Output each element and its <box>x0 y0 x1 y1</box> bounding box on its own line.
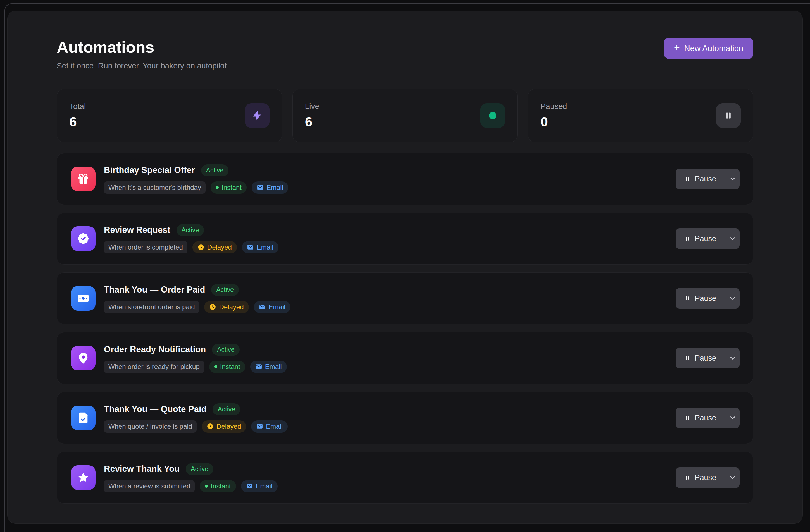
timing-label: Delayed <box>216 422 241 430</box>
channel-badge: Email <box>250 361 287 373</box>
pause-button[interactable]: Pause <box>676 467 725 488</box>
row-menu-chevron-button[interactable] <box>725 288 740 309</box>
automation-meta-line: When order is completed Delayed <box>104 241 278 253</box>
automation-row-body: Thank You — Order Paid Active When store… <box>104 284 291 313</box>
channel-badge: Email <box>254 301 291 313</box>
timing-badge: Delayed <box>202 420 246 433</box>
envelope-icon <box>247 244 254 251</box>
new-automation-button[interactable]: + New Automation <box>664 38 753 59</box>
automation-icon <box>71 167 96 191</box>
envelope-icon <box>257 184 264 191</box>
automation-meta-line: When order is ready for pickup Instant <box>104 361 287 373</box>
timing-label: Instant <box>211 482 231 490</box>
automation-row: Thank You — Quote Paid Active When quote… <box>57 392 753 444</box>
stat-value: 0 <box>540 114 567 130</box>
trigger-pill: When storefront order is paid <box>104 301 199 313</box>
automation-row-actions: Pause <box>676 228 740 249</box>
clock-icon <box>207 423 214 430</box>
page-heading-group: Automations Set it once. Run forever. Yo… <box>57 38 229 70</box>
automation-title: Review Thank You <box>104 464 180 474</box>
status-badge: Active <box>211 284 239 296</box>
automation-title-line: Birthday Special Offer Active <box>104 164 288 177</box>
lightning-glyph <box>252 110 263 121</box>
banknote-icon <box>77 292 90 305</box>
clock-icon <box>209 303 216 310</box>
timing-dot-icon <box>214 365 217 368</box>
automation-title-line: Review Thank You Active <box>104 463 278 475</box>
status-badge: Active <box>201 164 229 177</box>
pause-button[interactable]: Pause <box>676 348 725 368</box>
trigger-pill: When quote / invoice is paid <box>104 420 197 433</box>
row-menu-chevron-button[interactable] <box>725 467 740 488</box>
timing-label: Instant <box>220 363 240 371</box>
stat-label: Paused <box>540 102 567 111</box>
clock-icon <box>197 244 205 251</box>
page-subtitle: Set it once. Run forever. Your bakery on… <box>57 62 229 70</box>
chevron-down-icon <box>729 414 736 422</box>
lightning-icon <box>245 103 270 128</box>
gift-icon <box>77 172 90 185</box>
automations-panel: Automations Set it once. Run forever. Yo… <box>7 11 803 523</box>
automation-icon <box>71 465 96 490</box>
stat-text: Paused 0 <box>540 102 567 130</box>
pause-glyph <box>724 111 733 120</box>
stat-text: Total 6 <box>69 102 86 130</box>
new-automation-label: New Automation <box>684 44 743 53</box>
channel-label: Email <box>265 363 282 371</box>
timing-badge: Instant <box>209 361 245 373</box>
automation-row: Order Ready Notification Active When ord… <box>57 332 753 384</box>
pause-icon <box>716 103 741 128</box>
timing-dot-icon <box>216 186 219 189</box>
automation-row-body: Order Ready Notification Active When ord… <box>104 344 287 373</box>
status-badge: Active <box>212 344 240 355</box>
row-menu-chevron-button[interactable] <box>725 408 740 428</box>
channel-badge: Email <box>251 420 288 433</box>
automation-title: Thank You — Quote Paid <box>104 404 206 414</box>
pause-button-label: Pause <box>695 175 716 183</box>
timing-label: Delayed <box>219 303 244 311</box>
channel-label: Email <box>256 482 273 490</box>
envelope-icon <box>259 303 266 310</box>
automation-title-line: Order Ready Notification Active <box>104 344 287 355</box>
channel-badge: Email <box>241 480 278 492</box>
stat-value: 6 <box>305 114 319 130</box>
channel-badge: Email <box>242 241 278 253</box>
stat-card-total: Total 6 <box>57 89 282 142</box>
automation-title-line: Thank You — Quote Paid Active <box>104 403 288 415</box>
pause-button[interactable]: Pause <box>676 228 725 249</box>
row-menu-chevron-button[interactable] <box>725 169 740 189</box>
pause-glyph-icon <box>684 235 691 242</box>
timing-badge: Instant <box>200 480 236 492</box>
stat-label: Total <box>69 102 86 111</box>
channel-label: Email <box>257 244 273 251</box>
map-pin-icon <box>77 352 90 365</box>
plus-icon: + <box>674 42 680 54</box>
status-badge: Active <box>213 403 240 415</box>
envelope-icon <box>246 483 253 489</box>
pause-button[interactable]: Pause <box>676 169 725 189</box>
pause-button-label: Pause <box>695 473 716 482</box>
page-header: Automations Set it once. Run forever. Yo… <box>57 38 753 70</box>
automation-row-actions: Pause <box>676 348 740 368</box>
pause-button-label: Pause <box>695 414 716 422</box>
chevron-down-icon <box>729 175 736 183</box>
automation-title: Thank You — Order Paid <box>104 285 205 295</box>
channel-label: Email <box>269 303 286 311</box>
automation-title: Order Ready Notification <box>104 345 206 354</box>
channel-badge: Email <box>252 181 288 194</box>
stat-text: Live 6 <box>305 102 319 130</box>
automation-title: Birthday Special Offer <box>104 165 195 175</box>
trigger-pill: When it's a customer's birthday <box>104 181 206 194</box>
automation-title: Review Request <box>104 225 171 235</box>
chevron-down-icon <box>729 235 736 243</box>
live-dot-icon <box>481 103 505 128</box>
timing-label: Instant <box>222 184 242 192</box>
badge-check-icon <box>77 232 90 245</box>
row-menu-chevron-button[interactable] <box>725 228 740 249</box>
row-menu-chevron-button[interactable] <box>725 348 740 368</box>
pause-button[interactable]: Pause <box>676 288 725 309</box>
automation-list: Birthday Special Offer Active When it's … <box>57 153 753 503</box>
pause-button[interactable]: Pause <box>676 408 725 428</box>
automation-row: Review Thank You Active When a review is… <box>57 452 753 503</box>
channel-label: Email <box>266 422 283 430</box>
